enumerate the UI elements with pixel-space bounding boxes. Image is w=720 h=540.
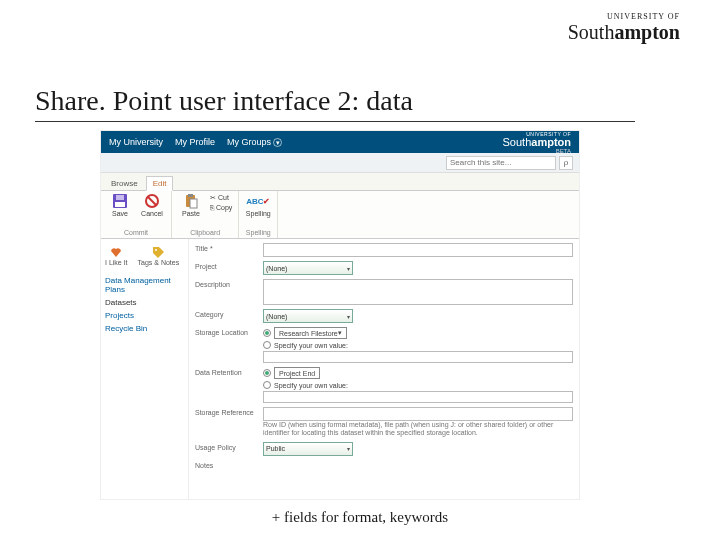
- spelling-button[interactable]: ABC✔ Spelling: [245, 193, 271, 217]
- svg-rect-6: [188, 194, 193, 197]
- nav-my-university[interactable]: My University: [109, 137, 163, 147]
- ribbon-group-clipboard: Clipboard: [178, 229, 232, 236]
- chevron-down-icon: ▾: [341, 445, 350, 452]
- label-title: Title *: [195, 243, 263, 252]
- tags-button[interactable]: Tags & Notes: [138, 245, 180, 266]
- copy-button[interactable]: ⎘ Copy: [210, 203, 232, 213]
- radio-storage-own[interactable]: [263, 341, 271, 349]
- ribbon-group-commit: Commit: [107, 229, 165, 236]
- label-description: Description: [195, 279, 263, 288]
- input-retention-own[interactable]: [263, 391, 573, 403]
- tab-browse[interactable]: Browse: [105, 177, 144, 190]
- label-usage-policy: Usage Policy: [195, 442, 263, 451]
- paste-icon: [183, 193, 199, 209]
- radio-retention-own[interactable]: [263, 381, 271, 389]
- select-project[interactable]: (None)▾: [263, 261, 353, 275]
- save-icon: [112, 193, 128, 209]
- ribbon-group-spelling: Spelling: [245, 229, 271, 236]
- sidebar-link-recycle[interactable]: Recycle Bin: [105, 322, 184, 335]
- radio-retention-preset[interactable]: [263, 369, 271, 377]
- label-specify-own-2: Specify your own value:: [274, 382, 348, 389]
- slide-title: Share. Point user interface 2: data: [35, 85, 635, 122]
- search-bar: ρ: [101, 153, 579, 173]
- select-usage-policy[interactable]: Public▾: [263, 442, 353, 456]
- cancel-icon: [144, 193, 160, 209]
- svg-rect-2: [116, 195, 124, 200]
- form-area: Title * Project (None)▾ Description Cate…: [189, 239, 579, 499]
- chevron-down-icon: ▾: [341, 313, 350, 320]
- topbar-logo: UNIVERSITY OF Southampton BETA: [503, 131, 571, 154]
- chevron-down-icon: ▾: [338, 329, 342, 337]
- paste-button[interactable]: Paste: [178, 193, 204, 217]
- label-category: Category: [195, 309, 263, 318]
- svg-rect-7: [190, 199, 197, 208]
- sidebar-link-dmp[interactable]: Data Management Plans: [105, 274, 184, 296]
- input-storage-own[interactable]: [263, 351, 573, 363]
- sharepoint-frame: My University My Profile My Groups▾ UNIV…: [100, 130, 580, 500]
- like-button[interactable]: I Like It: [105, 245, 128, 266]
- chevron-down-icon: ▾: [341, 265, 350, 272]
- svg-point-8: [155, 249, 157, 251]
- tag-icon: [151, 245, 165, 259]
- label-notes: Notes: [195, 460, 263, 469]
- clipboard-small-buttons: ✂ Cut ⎘ Copy: [210, 193, 232, 213]
- university-logo-header: UNIVERSITY OF Southampton: [568, 12, 680, 44]
- left-sidebar: I Like It Tags & Notes Data Management P…: [101, 239, 189, 499]
- cancel-button[interactable]: Cancel: [139, 193, 165, 217]
- nav-my-groups[interactable]: My Groups▾: [227, 137, 282, 147]
- save-button[interactable]: Save: [107, 193, 133, 217]
- select-storage-location[interactable]: Research Filestore ▾: [274, 327, 347, 339]
- footer-note: + fields for format, keywords: [0, 509, 720, 526]
- label-storage-ref: Storage Reference: [195, 407, 263, 416]
- svg-rect-1: [115, 202, 125, 207]
- ribbon-toolbar: Save Cancel Commit Paste ✂ Cut ⎘ Copy: [101, 191, 579, 239]
- select-category[interactable]: (None)▾: [263, 309, 353, 323]
- top-nav-bar: My University My Profile My Groups▾ UNIV…: [101, 131, 579, 153]
- input-description[interactable]: [263, 279, 573, 305]
- cut-button[interactable]: ✂ Cut: [210, 193, 232, 203]
- label-data-retention: Data Retention: [195, 367, 263, 376]
- nav-my-profile[interactable]: My Profile: [175, 137, 215, 147]
- input-storage-ref[interactable]: [263, 407, 573, 421]
- radio-storage-preset[interactable]: [263, 329, 271, 337]
- svg-line-4: [148, 197, 156, 205]
- label-project: Project: [195, 261, 263, 270]
- ribbon-tabs: Browse Edit: [101, 173, 579, 191]
- heart-icon: [109, 245, 123, 259]
- search-input[interactable]: [446, 156, 556, 170]
- sidebar-link-projects[interactable]: Projects: [105, 309, 184, 322]
- chevron-down-icon: ▾: [273, 138, 282, 147]
- logo-pretext: UNIVERSITY OF: [568, 12, 680, 21]
- sidebar-link-datasets[interactable]: Datasets: [105, 296, 184, 309]
- chip-retention[interactable]: Project End: [274, 367, 320, 379]
- label-specify-own: Specify your own value:: [274, 342, 348, 349]
- label-storage-location: Storage Location: [195, 327, 263, 336]
- spelling-icon: ABC✔: [250, 193, 266, 209]
- search-go-button[interactable]: ρ: [559, 156, 573, 170]
- input-title[interactable]: [263, 243, 573, 257]
- help-storage-ref: Row ID (when using formal metadata), fil…: [263, 421, 573, 438]
- tab-edit[interactable]: Edit: [146, 176, 174, 191]
